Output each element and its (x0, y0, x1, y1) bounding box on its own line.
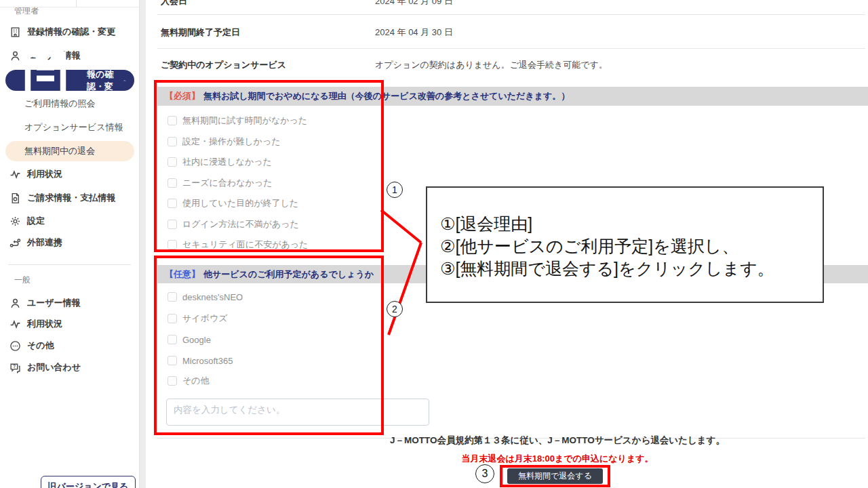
reason-checkbox-row[interactable]: 設定・操作が難しかった (167, 135, 281, 148)
checkbox[interactable] (167, 116, 177, 125)
reason-checkbox-row[interactable]: ログイン方法に不満があった (167, 218, 299, 231)
activity-icon (9, 319, 21, 330)
reason-checkbox-row[interactable]: 使用していた目的が終了した (167, 197, 298, 210)
more-icon (9, 340, 21, 352)
checkbox[interactable] (167, 335, 177, 344)
building-icon (9, 26, 21, 38)
sidebar-divider (8, 264, 131, 265)
contracted-options-value: オプションの契約はありません。ご退会手続き可能です。 (375, 59, 608, 73)
free-period-end-value: 2024 年 04 月 30 日 (375, 26, 453, 40)
step-1-badge: 1 (387, 182, 403, 198)
reason-checkbox-row[interactable]: セキュリティ面に不安があった (167, 238, 308, 251)
service-checkbox-row[interactable]: Google (167, 333, 211, 346)
sidebar-item-general-user-info[interactable]: ユーザー情報 (9, 296, 81, 310)
checkbox[interactable] (167, 376, 177, 386)
sidebar-subitem-free-period-cancellation[interactable]: 無料期間中の退会 (5, 141, 134, 161)
sidebar-section-admin: 管理者 (14, 5, 39, 16)
sidebar-subitem-option-service-info[interactable]: オプションサービス情報 (24, 121, 123, 134)
old-version-button[interactable]: 旧バージョンで見る (41, 476, 136, 488)
step-3-badge: 3 (475, 464, 494, 483)
annotation-line: ①[退会理由] (440, 213, 823, 235)
sidebar-subitem-usage-info-inquiry[interactable]: ご利用情報の照会 (24, 98, 96, 110)
sidebar-item-label: 利用状況 (27, 168, 62, 180)
checkbox-label: 社内に浸透しなかった (182, 156, 272, 168)
row-divider (157, 14, 865, 15)
chevron-up-icon (123, 78, 126, 83)
checkbox-label: Google (182, 335, 211, 345)
checkbox-label: セキュリティ面に不安があった (182, 239, 308, 251)
reason-section-title: 無料お試し期間でおやめになる理由（今後のサービス改善の参考とさせていただきます。… (203, 90, 570, 102)
sidebar-item-contract-info[interactable]: 契約情報の確認・変更 (5, 70, 134, 91)
sidebar-item-label: ご請求情報・支払情報 (27, 192, 115, 204)
checkbox-label: ログイン方法に不満があった (182, 218, 299, 230)
checkbox[interactable] (167, 356, 177, 365)
annotation-line: ②[他サービスのご利用予定]を選択し、 (440, 235, 823, 258)
annotation-callout-box: ①[退会理由] ②[他サービスのご利用予定]を選択し、 ③[無料期間で退会する]… (426, 186, 824, 303)
agreement-text: J－MOTTO会員規約第１３条に従い、J－MOTTOサービスから退会いたします。 (252, 434, 863, 447)
checkbox-label: その他 (182, 375, 210, 387)
join-date-label: 入会日 (161, 0, 187, 9)
row-divider (157, 48, 865, 49)
contracted-options-label: ご契約中のオプションサービス (161, 59, 286, 73)
sidebar-top-divider-stub (76, 0, 77, 7)
sidebar-item-label: その他 (27, 340, 54, 352)
sidebar-content-gutter (139, 0, 146, 488)
sidebar-item-label: 外部連携 (27, 237, 62, 249)
reason-checkbox-row[interactable]: 社内に浸透しなかった (167, 155, 272, 169)
checkbox-label: 無料期間に試す時間がなかった (182, 115, 307, 127)
checkbox[interactable] (167, 292, 177, 302)
sidebar-item-label: 登録情報の確認・変更 (27, 26, 115, 38)
inquiry-icon: ? (9, 362, 21, 373)
sidebar-item-billing-payment-info[interactable]: ご請求情報・支払情報 (9, 190, 115, 205)
checkbox[interactable] (167, 199, 177, 208)
required-tag: 【必須】 (165, 90, 200, 102)
sidebar-item-others[interactable]: その他 (9, 338, 54, 353)
checkbox-label: サイボウズ (182, 312, 228, 325)
annotation-line: ③[無料期間で退会する]をクリックします。 (440, 258, 823, 280)
join-date-value: 2024 年 02 月 09 日 (375, 0, 453, 9)
sidebar-item-settings[interactable]: 設定 (9, 214, 45, 228)
service-checkbox-row[interactable]: その他 (167, 374, 210, 388)
svg-text:?: ? (13, 364, 16, 369)
cancel-membership-button[interactable]: 無料期間で退会する (507, 468, 603, 484)
checkbox[interactable] (167, 220, 177, 229)
sidebar-section-general: 一般 (14, 274, 31, 285)
invoice-icon (9, 192, 21, 204)
checkbox-label: Microsoft365 (182, 356, 233, 366)
checkbox-label: ニーズに合わなかった (182, 177, 272, 189)
checkbox[interactable] (167, 157, 177, 167)
checkbox[interactable] (167, 178, 177, 188)
reason-checkbox-row[interactable]: ニーズに合わなかった (167, 176, 272, 190)
service-checkbox-row[interactable]: サイボウズ (167, 312, 228, 325)
sidebar-item-general-usage-status[interactable]: 利用状況 (9, 317, 62, 331)
sidebar-item-external-integration[interactable]: 外部連携 (9, 235, 62, 250)
user-icon (9, 298, 21, 309)
activity-icon (9, 169, 21, 180)
checkbox-label: 設定・操作が難しかった (182, 136, 281, 148)
step-2-badge: 2 (387, 301, 403, 317)
sidebar-item-contact[interactable]: ? お問い合わせ (9, 360, 81, 375)
deadline-notice: 当月末退会は月末18:00までの申込になります。 (252, 453, 863, 465)
checkbox[interactable] (167, 137, 177, 146)
other-service-detail-input[interactable] (166, 399, 429, 426)
checkbox[interactable] (167, 314, 177, 323)
integration-icon (9, 237, 21, 249)
gear-icon (9, 216, 21, 227)
sidebar-item-registration-info[interactable]: 登録情報の確認・変更 (9, 24, 115, 39)
service-checkbox-row[interactable]: desknets'sNEO (167, 290, 243, 304)
sidebar-item-label: ユーザー情報 (27, 297, 81, 309)
checkbox-label: desknets'sNEO (182, 292, 243, 302)
reason-section-header: 【必須】 無料お試し期間でおやめになる理由（今後のサービス改善の参考とさせていた… (157, 87, 868, 106)
sidebar: 管理者 登録情報の確認・変更 ユーザー情報 契約情報の確認・変更 ご利用情報の照… (0, 0, 139, 488)
sidebar-item-label: お問い合わせ (27, 361, 81, 373)
membership-cancellation-page: 管理者 登録情報の確認・変更 ユーザー情報 契約情報の確認・変更 ご利用情報の照… (0, 0, 868, 488)
sidebar-item-label: 無料期間中の退会 (24, 145, 95, 157)
reason-checkbox-row[interactable]: 無料期間に試す時間がなかった (167, 114, 307, 127)
sidebar-item-label: 設定 (27, 215, 45, 227)
free-period-end-label: 無料期間終了予定日 (161, 26, 240, 40)
sidebar-item-usage-status[interactable]: 利用状況 (9, 167, 62, 182)
optional-tag: 【任意】 (165, 268, 200, 281)
checkbox[interactable] (167, 240, 177, 249)
other-service-section-title: 他サービスのご利用予定があるでしょうか (203, 268, 374, 281)
service-checkbox-row[interactable]: Microsoft365 (167, 354, 233, 367)
